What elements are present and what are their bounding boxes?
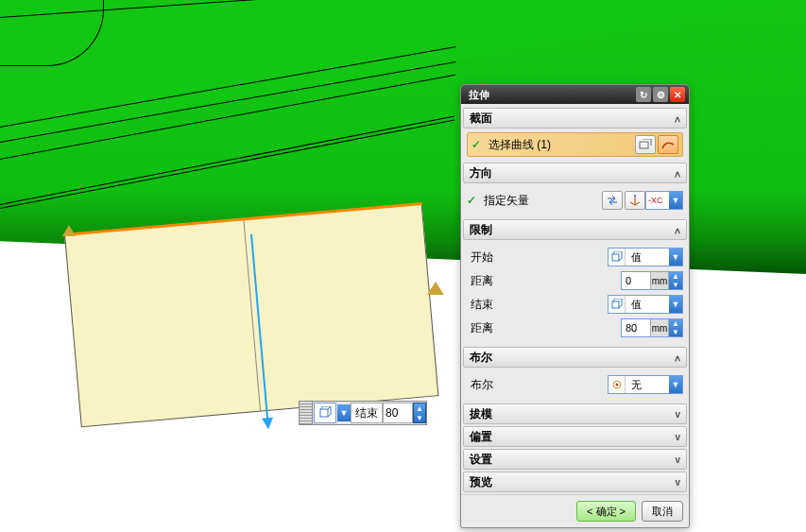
handle-start[interactable]: [62, 225, 76, 236]
end-type-select[interactable]: 值 ▼: [608, 295, 683, 314]
section-header-direction[interactable]: 方向 ʌ: [463, 163, 687, 183]
inline-spinner[interactable]: ▲ ▼: [413, 403, 426, 423]
inline-label: 结束: [351, 403, 383, 423]
section-header-limits[interactable]: 限制 ʌ: [463, 219, 687, 240]
reload-icon: ↻: [640, 90, 647, 100]
spinner[interactable]: ▲ ▼: [669, 272, 682, 289]
section-label: 限制: [470, 222, 492, 238]
svg-rect-1: [640, 142, 648, 148]
dialog-footer: < 确定 > 取消: [461, 494, 689, 527]
boolean-label: 布尔: [467, 377, 608, 393]
start-distance-value: 0: [622, 275, 650, 286]
spin-up-icon[interactable]: ▲: [669, 319, 682, 328]
handle-end[interactable]: [427, 282, 444, 295]
chevron-down-icon: v: [675, 455, 680, 465]
start-distance-input[interactable]: 0 mm ▲ ▼: [621, 271, 683, 290]
spin-down-icon[interactable]: ▼: [669, 281, 682, 289]
chevron-up-icon: ʌ: [675, 113, 680, 124]
cube-icon: [609, 249, 626, 266]
spinner[interactable]: ▲ ▼: [669, 319, 682, 336]
start-type-value: 值: [626, 250, 669, 265]
dialog-body: 截面 ʌ ✓ 选择曲线 (1) 方向 ʌ ✓ 指定矢量: [461, 104, 689, 494]
section-label: 设置: [470, 452, 492, 468]
chevron-up-icon: ʌ: [675, 352, 680, 363]
swap-icon: [607, 195, 618, 206]
section-header-preview[interactable]: 预览 v: [463, 472, 687, 492]
section-label: 拔模: [470, 406, 492, 422]
unit-label: mm: [650, 319, 669, 336]
section-label: 截面: [470, 111, 492, 127]
svg-point-6: [615, 384, 618, 386]
dialog-title: 拉伸: [469, 88, 634, 102]
vector-type-select[interactable]: -XC ▼: [645, 191, 683, 210]
extrude-dialog: 拉伸 ↻ ⚙ ✕ 截面 ʌ ✓ 选择曲线 (1) 方向 ʌ: [460, 84, 690, 528]
select-curve-label: 选择曲线 (1): [485, 137, 633, 153]
specify-vector-label: 指定矢量: [480, 193, 600, 209]
chevron-down-icon: v: [675, 477, 680, 488]
start-distance-label: 距离: [467, 273, 621, 289]
sketch-tool-button[interactable]: [635, 135, 656, 154]
vector-value: -XC: [646, 196, 669, 205]
section-label: 方向: [470, 165, 492, 181]
end-distance-value: 80: [622, 322, 650, 334]
unit-label: mm: [650, 272, 669, 289]
boolean-value: 无: [626, 378, 669, 392]
svg-point-2: [634, 195, 636, 197]
close-icon: ✕: [674, 90, 681, 100]
dropdown-arrow-icon[interactable]: ▼: [669, 249, 682, 266]
boolean-select[interactable]: 无 ▼: [608, 375, 683, 394]
cube-icon: [609, 296, 626, 313]
spin-up-icon[interactable]: ▲: [669, 272, 682, 281]
curve-icon: [661, 139, 675, 150]
spin-down-icon[interactable]: ▼: [669, 328, 682, 336]
section-label: 布尔: [470, 350, 492, 366]
settings-button[interactable]: ⚙: [653, 87, 668, 102]
svg-rect-0: [320, 409, 328, 417]
dropdown-arrow-icon[interactable]: ▼: [669, 376, 682, 393]
reverse-vector-button[interactable]: [602, 191, 623, 210]
chevron-up-icon: ʌ: [675, 168, 680, 179]
ok-button[interactable]: < 确定 >: [576, 501, 636, 522]
cancel-button[interactable]: 取消: [642, 501, 683, 522]
checkmark-icon: ✓: [472, 138, 481, 151]
start-label: 开始: [467, 249, 608, 266]
dropdown-arrow-icon[interactable]: ▼: [337, 404, 351, 421]
svg-rect-3: [612, 254, 619, 261]
end-distance-input[interactable]: 80 mm ▲ ▼: [621, 318, 683, 337]
gear-icon: ⚙: [657, 90, 665, 100]
spin-up-icon[interactable]: ▲: [414, 403, 425, 413]
dropdown-arrow-icon[interactable]: ▼: [669, 296, 682, 313]
chevron-down-icon: v: [675, 409, 680, 420]
start-type-select[interactable]: 值 ▼: [608, 248, 683, 266]
dialog-titlebar[interactable]: 拉伸 ↻ ⚙ ✕: [461, 85, 689, 104]
section-label: 偏置: [470, 429, 492, 445]
end-label: 结束: [467, 297, 608, 313]
dropdown-arrow-icon[interactable]: ▼: [669, 192, 682, 209]
close-button[interactable]: ✕: [670, 87, 685, 102]
svg-rect-4: [612, 301, 619, 308]
curve-tool-button[interactable]: [658, 135, 678, 154]
chevron-up-icon: ʌ: [675, 225, 680, 235]
drag-handle-icon[interactable]: [300, 402, 313, 424]
sketch-icon: [639, 139, 652, 150]
inline-value-input[interactable]: 80: [383, 403, 413, 423]
reset-button[interactable]: ↻: [636, 87, 651, 102]
chevron-down-icon: v: [675, 432, 680, 442]
inline-dimension-box[interactable]: ▼ 结束 80 ▲ ▼: [299, 401, 427, 425]
section-header-offset[interactable]: 偏置 v: [463, 426, 687, 447]
spin-down-icon[interactable]: ▼: [414, 413, 425, 422]
section-label: 预览: [470, 474, 492, 490]
section-header-settings[interactable]: 设置 v: [463, 449, 687, 470]
cube-icon[interactable]: [314, 403, 336, 423]
section-header-section[interactable]: 截面 ʌ: [463, 108, 687, 129]
end-distance-label: 距离: [467, 320, 621, 336]
vector-dialog-button[interactable]: [625, 191, 645, 210]
end-type-value: 值: [626, 298, 669, 312]
section-header-draft[interactable]: 拔模 v: [463, 403, 687, 424]
select-curve-row[interactable]: ✓ 选择曲线 (1): [467, 132, 683, 157]
none-icon: [609, 376, 626, 393]
axes-icon: [629, 195, 641, 206]
section-header-boolean[interactable]: 布尔 ʌ: [463, 347, 687, 368]
checkmark-icon: ✓: [467, 194, 476, 207]
